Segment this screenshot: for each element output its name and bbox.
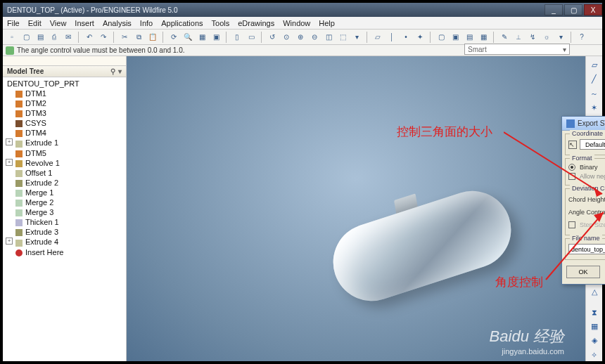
zoom-out-icon[interactable]: ⊖ [308, 31, 321, 44]
smart-selector[interactable]: Smart ▾ [464, 44, 570, 55]
tree-item[interactable]: Merge 3 [3, 207, 126, 217]
datum-axis-icon[interactable]: ╱ [588, 73, 601, 85]
sel2-icon[interactable]: ▣ [210, 31, 222, 44]
dialog-titlebar[interactable]: Export STL X [562, 117, 605, 131]
menu-insert[interactable]: Insert [75, 19, 94, 27]
open-icon[interactable]: ▢ [20, 31, 32, 44]
fit-icon[interactable]: ◫ [322, 31, 335, 44]
nohidden-icon[interactable]: ▤ [463, 31, 476, 44]
style-tool-icon[interactable]: ✧ [588, 349, 601, 361]
zoom-in-icon[interactable]: ⊕ [294, 31, 307, 44]
saved-view-icon[interactable]: ▾ [350, 31, 363, 44]
coord-pick-icon[interactable]: ↖ [568, 141, 577, 149]
maximize-button[interactable]: ▢ [564, 4, 582, 15]
minimize-button[interactable]: _ [544, 4, 563, 15]
datum-point-icon[interactable]: ✶ [588, 102, 601, 114]
tree-item[interactable]: CSYS [3, 118, 126, 128]
tree-item[interactable]: Extrude 3 [3, 227, 126, 237]
tree-expand-icon[interactable]: + [6, 159, 13, 166]
new-icon[interactable]: ▫ [6, 31, 18, 44]
dtm-icon [15, 91, 23, 98]
tree-item[interactable]: Merge 2 [3, 197, 126, 207]
light-icon[interactable]: ☼ [540, 31, 553, 44]
step-checkbox[interactable] [568, 221, 575, 228]
menu-file[interactable]: File [7, 19, 20, 27]
pattern-tool-icon[interactable]: ▦ [588, 320, 601, 332]
tree-item[interactable]: DTM3 [3, 108, 126, 118]
cut-icon[interactable]: ✂ [118, 31, 131, 44]
csys-icon[interactable]: ↯ [526, 31, 539, 44]
help-icon[interactable]: ? [575, 31, 588, 44]
close-win-icon[interactable]: ▭ [245, 31, 257, 44]
tree-item[interactable]: Merge 1 [3, 188, 126, 197]
mail-icon[interactable]: ✉ [62, 31, 75, 44]
tree-expand-icon[interactable]: + [6, 138, 13, 145]
dtm-plane-icon[interactable]: ▱ [371, 31, 384, 44]
find-icon[interactable]: 🔍 [182, 31, 194, 44]
menu-info[interactable]: Info [140, 19, 153, 27]
measure-icon[interactable]: ⟂ [512, 31, 525, 44]
menu-analysis[interactable]: Analysis [103, 19, 132, 27]
spin2-icon[interactable]: ⊙ [280, 31, 293, 44]
win-icon[interactable]: ▯ [231, 31, 243, 44]
sel-icon[interactable]: ▦ [196, 31, 208, 44]
note-icon[interactable]: ▾ [554, 31, 567, 44]
tree-item[interactable]: DTM4 [3, 128, 126, 138]
dtm-axis-icon[interactable]: │ [386, 31, 398, 44]
dtm-point-icon[interactable]: • [400, 31, 412, 44]
rib-tool-icon[interactable]: △ [588, 285, 601, 297]
datum-plane-icon[interactable]: ▱ [588, 59, 601, 71]
tree-item[interactable]: Insert Here [3, 247, 126, 257]
regen-icon[interactable]: ⟳ [167, 31, 180, 44]
dtm-csys-icon[interactable]: ✦ [414, 31, 426, 44]
boundary-tool-icon[interactable]: ◈ [588, 334, 601, 346]
hidden-icon[interactable]: ▣ [449, 31, 461, 44]
menu-help[interactable]: Help [319, 19, 335, 27]
allow-neg-label: Allow negative values [580, 173, 605, 180]
tree-filter-icon[interactable]: ⚲ [110, 67, 115, 75]
tree-item[interactable]: DTM5 [3, 148, 126, 158]
tree-item[interactable]: DTM1 [3, 89, 126, 98]
menu-tools[interactable]: Tools [212, 19, 230, 27]
tree-root[interactable]: DENTOU_TOP_PRT [3, 79, 126, 89]
binary-radio[interactable] [568, 164, 575, 171]
print-icon[interactable]: ⎙ [48, 31, 60, 44]
coord-system-select[interactable]: Default [580, 139, 605, 150]
mirror-tool-icon[interactable]: ⧗ [588, 306, 601, 318]
menu-view[interactable]: View [50, 19, 67, 27]
tree-settings-icon[interactable]: ▾ [118, 67, 122, 75]
menu-edit[interactable]: Edit [28, 19, 42, 27]
tree-item[interactable]: +Revolve 1 [3, 158, 126, 168]
allow-neg-checkbox[interactable] [568, 173, 575, 180]
orient-icon[interactable]: ⬚ [336, 31, 349, 44]
tree-item[interactable]: Offset 1 [3, 168, 126, 178]
paste-icon[interactable]: 📋 [146, 31, 159, 44]
file-name-input[interactable] [568, 244, 605, 254]
undo-icon[interactable]: ↶ [83, 31, 96, 44]
pane-tabs[interactable] [3, 56, 126, 66]
datum-curve-icon[interactable]: ～ [588, 88, 601, 100]
tree-item[interactable]: Thicken 1 [3, 217, 126, 227]
menu-edrawings[interactable]: eDrawings [238, 19, 274, 27]
tree-item[interactable]: DTM2 [3, 98, 126, 108]
close-button[interactable]: X [584, 4, 602, 15]
model-tree[interactable]: DENTOU_TOP_PRT DTM1DTM2DTM3CSYSDTM4+Extr… [3, 77, 126, 361]
save-icon[interactable]: ▤ [34, 31, 46, 44]
tree-item-label: Merge 1 [25, 188, 53, 197]
menu-applications[interactable]: Applications [161, 19, 203, 27]
redo-icon[interactable]: ↷ [97, 31, 110, 44]
spin-icon[interactable]: ↺ [266, 31, 279, 44]
wire-icon[interactable]: ▢ [435, 31, 447, 44]
menu-window[interactable]: Window [283, 19, 310, 27]
tree-item[interactable]: Extrude 2 [3, 178, 126, 188]
tree-expand-icon[interactable]: + [6, 238, 13, 245]
tree-item[interactable]: +Extrude 4 [3, 237, 126, 247]
ok-button[interactable]: OK [566, 266, 600, 278]
viewport-3d[interactable]: Export STL X Coordinate System ↖ Default… [127, 56, 585, 361]
annot-icon[interactable]: ✎ [498, 31, 511, 44]
shade-icon[interactable]: ▦ [477, 31, 490, 44]
tree-item[interactable]: +Extrude 1 [3, 138, 126, 148]
tree-item-label: Extrude 3 [25, 228, 58, 236]
binary-label: Binary [580, 164, 598, 171]
copy-icon[interactable]: ⧉ [132, 31, 145, 44]
